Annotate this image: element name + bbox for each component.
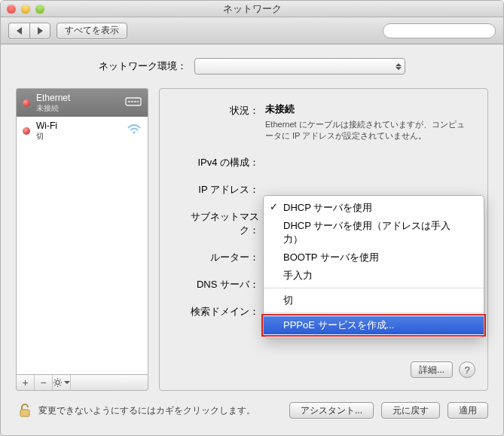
search-field[interactable] bbox=[383, 23, 496, 38]
nav-segment bbox=[8, 23, 50, 39]
add-service-button[interactable]: + bbox=[17, 375, 35, 390]
service-name: Wi-Fi bbox=[36, 121, 57, 132]
chevron-right-icon bbox=[38, 27, 43, 35]
svg-point-3 bbox=[133, 132, 135, 134]
svg-line-9 bbox=[54, 380, 55, 380]
location-row: ネットワーク環境： bbox=[16, 58, 488, 75]
apply-button[interactable]: 適用 bbox=[447, 402, 488, 419]
content: ネットワーク環境： Ethernet 未接続 bbox=[1, 44, 503, 435]
status-row: 状況： 未接続 Ethernet にケーブルは接続されていますが、コンピュータに… bbox=[175, 102, 472, 142]
window-title: ネットワーク bbox=[1, 2, 503, 16]
ipv4-label: IPv4 の構成： bbox=[175, 154, 265, 169]
ipv4-config-menu[interactable]: DHCP サーバを使用 DHCP サーバを使用（アドレスは手入力） BOOTP … bbox=[263, 195, 484, 338]
status-dot-icon bbox=[23, 99, 30, 107]
location-label: ネットワーク環境： bbox=[99, 59, 187, 73]
chevron-left-icon bbox=[17, 27, 22, 35]
svg-line-12 bbox=[60, 380, 60, 380]
revert-button[interactable]: 元に戻す bbox=[381, 402, 440, 419]
menu-separator bbox=[264, 313, 484, 313]
network-pref-window: ネットワーク すべてを表示 ネットワーク環境： bbox=[0, 0, 504, 436]
assistant-button[interactable]: アシスタント... bbox=[289, 402, 374, 419]
menu-item-create-pppoe[interactable]: PPPoE サービスを作成... bbox=[264, 316, 484, 334]
service-toolbar: + − bbox=[16, 374, 148, 391]
location-select[interactable] bbox=[194, 58, 405, 75]
titlebar: ネットワーク bbox=[1, 1, 503, 17]
service-sidebar: Ethernet 未接続 Wi-Fi 切 bbox=[16, 88, 148, 391]
updown-icon bbox=[396, 63, 402, 70]
lock-row[interactable]: 変更できないようにするにはカギをクリックします。 bbox=[16, 401, 255, 419]
lock-open-icon bbox=[16, 401, 34, 419]
router-label: ルーター： bbox=[175, 249, 265, 264]
ip-label: IP アドレス： bbox=[175, 181, 265, 197]
show-all-button[interactable]: すべてを表示 bbox=[57, 23, 127, 39]
service-text: Ethernet 未接続 bbox=[36, 93, 70, 112]
advanced-button[interactable]: 詳細... bbox=[411, 361, 453, 378]
dns-label: DNS サーバ： bbox=[175, 276, 265, 291]
ethernet-icon bbox=[125, 96, 142, 110]
menu-item-dhcp-manual[interactable]: DHCP サーバを使用（アドレスは手入力） bbox=[264, 217, 484, 248]
service-status: 切 bbox=[36, 132, 57, 141]
back-button[interactable] bbox=[8, 23, 29, 39]
gear-icon bbox=[53, 377, 63, 388]
remove-service-button[interactable]: − bbox=[35, 375, 53, 390]
svg-rect-13 bbox=[20, 410, 29, 416]
status-label: 状況： bbox=[175, 102, 265, 117]
menu-item-off[interactable]: 切 bbox=[264, 291, 484, 309]
help-button[interactable]: ? bbox=[459, 361, 475, 378]
service-text: Wi-Fi 切 bbox=[36, 121, 57, 140]
status-value: 未接続 bbox=[265, 102, 472, 116]
status-description: Ethernet にケーブルは接続されていますが、コンピュータに IP アドレス… bbox=[265, 119, 472, 142]
chevron-down-icon bbox=[64, 381, 70, 384]
menu-item-bootp[interactable]: BOOTP サーバを使用 bbox=[264, 248, 484, 267]
svg-line-11 bbox=[54, 385, 55, 386]
search-input[interactable] bbox=[391, 26, 504, 36]
menu-item-manual[interactable]: 手入力 bbox=[264, 267, 484, 285]
menu-separator bbox=[264, 288, 484, 288]
search-domain-label: 検索ドメイン： bbox=[175, 303, 265, 319]
wifi-icon bbox=[127, 123, 142, 138]
service-item-ethernet[interactable]: Ethernet 未接続 bbox=[17, 89, 148, 117]
service-list[interactable]: Ethernet 未接続 Wi-Fi 切 bbox=[16, 88, 148, 374]
toolbar: すべてを表示 bbox=[1, 17, 503, 44]
svg-line-10 bbox=[60, 385, 60, 386]
subnet-label: サブネットマスク： bbox=[175, 209, 265, 237]
footer: 変更できないようにするにはカギをクリックします。 アシスタント... 元に戻す … bbox=[16, 401, 488, 419]
status-dot-icon bbox=[23, 127, 30, 135]
forward-button[interactable] bbox=[29, 23, 50, 39]
service-status: 未接続 bbox=[36, 104, 70, 113]
menu-item-dhcp[interactable]: DHCP サーバを使用 bbox=[264, 199, 484, 217]
service-item-wifi[interactable]: Wi-Fi 切 bbox=[17, 117, 148, 145]
service-actions-button[interactable] bbox=[53, 375, 71, 390]
service-name: Ethernet bbox=[36, 93, 70, 104]
svg-point-4 bbox=[56, 381, 60, 385]
lock-text: 変更できないようにするにはカギをクリックします。 bbox=[38, 404, 255, 417]
